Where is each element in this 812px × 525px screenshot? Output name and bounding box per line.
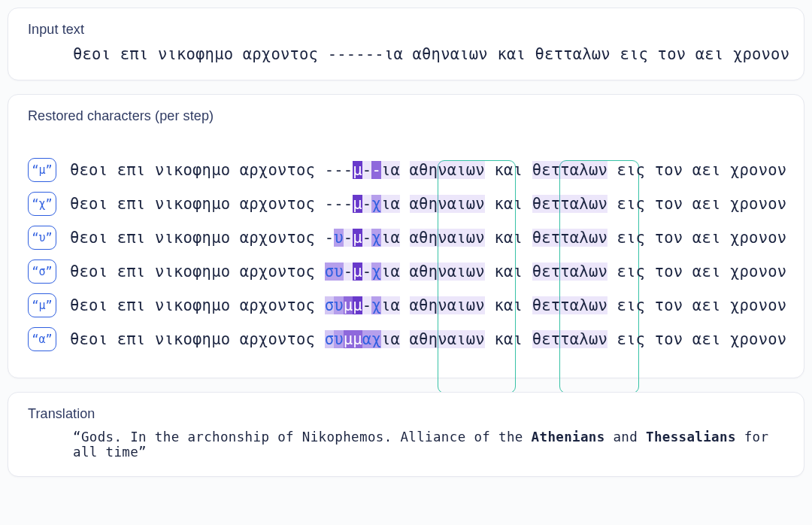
gap-char: - [325,195,335,213]
word-athenians: αθηναιων [410,262,485,281]
lead-text: θεοι επι νικοφημο αρχοντος [70,330,325,348]
gap-char: υ [334,229,344,247]
word-athenians: αθηναιων [410,161,485,179]
gap-char: χ [371,195,381,213]
gap-char: μ [344,330,353,348]
step-text: θεοι επι νικοφημο αρχοντος συμμ-χια αθην… [70,296,786,314]
word-thessalians: θετταλων [532,229,607,247]
translation-title: Translation [28,406,784,422]
gap-char: - [362,262,372,281]
restored-title: Restored characters (per step) [28,108,784,124]
translation-bold-thessalians: Thessalians [646,429,736,445]
gap-char: ι [381,195,391,213]
gap-char: ι [381,262,391,281]
suffix-text: εις τον αει χρονον [607,262,786,281]
suffix-text: εις τον αει χρονον [607,229,786,247]
lead-text: θεοι επι νικοφημο αρχοντος [70,262,325,281]
gap-char: ι [381,330,391,348]
translation-card: Translation “Gods. In the archonship of … [8,392,804,477]
gap-char: - [344,229,353,247]
gap-char: - [362,296,372,314]
gap-char: ι [381,229,391,247]
translation-bold-athenians: Athenians [532,429,605,445]
gap-char: - [325,229,335,247]
restored-body: “μ”θεοι επι νικοφημο αρχοντος ---μ--ια α… [28,132,784,351]
gap-char: σ [325,330,335,348]
word-athenians: αθηναιων [410,195,485,213]
gap-char: - [334,195,344,213]
gap-char: - [371,161,381,179]
gap-char: - [344,195,353,213]
step-badge: “μ” [28,293,56,317]
restored-step-row: “μ”θεοι επι νικοφημο αρχοντος ---μ--ια α… [28,158,784,182]
gap-char: - [362,229,372,247]
gap-char: α [390,229,400,247]
gap-char: σ [325,262,335,281]
word-thessalians: θετταλων [532,195,607,213]
mid-text: και [485,161,532,179]
gap-char: ι [381,161,391,179]
gap-char: ι [381,296,391,314]
restored-step-row: “σ”θεοι επι νικοφημο αρχοντος συ-μ-χια α… [28,259,784,284]
word-thessalians: θετταλων [532,296,607,314]
lead-text: θεοι επι νικοφημο αρχοντος [70,229,325,247]
gap-char: υ [334,330,344,348]
gap-char: μ [353,330,362,348]
lead-text: θεοι επι νικοφημο αρχοντος [70,195,325,213]
gap-char: σ [325,296,335,314]
restored-card: Restored characters (per step) “μ”θεοι ε… [8,94,804,378]
gap-char: α [390,262,400,281]
gap-char: α [390,161,400,179]
step-text: θεοι επι νικοφημο αρχοντος συμμαχια αθην… [70,330,786,348]
step-badge: “μ” [28,158,56,182]
suffix-text: εις τον αει χρονον [607,195,786,213]
step-badge: “υ” [28,226,56,250]
gap-char: - [344,262,353,281]
suffix-text: εις τον αει χρονον [607,330,786,348]
gap-char: α [390,330,400,348]
word-thessalians: θετταλων [532,161,607,179]
step-text: θεοι επι νικοφημο αρχοντος ---μ-χια αθην… [70,195,786,213]
gap-char: υ [334,296,344,314]
gap-char: - [362,195,372,213]
gap-char: α [390,195,400,213]
mid-text: και [485,262,532,281]
word-athenians: αθηναιων [410,229,485,247]
gap-char: χ [371,296,381,314]
input-title: Input text [28,22,784,38]
step-text: θεοι επι νικοφημο αρχοντος ---μ--ια αθην… [70,161,786,179]
suffix-text: εις τον αει χρονον [607,161,786,179]
gap-char: μ [353,229,362,247]
gap-char: χ [371,330,381,348]
word-athenians: αθηναιων [410,330,485,348]
restored-step-row: “α”θεοι επι νικοφημο αρχοντος συμμαχια α… [28,327,784,351]
gap-char: α [362,330,372,348]
word-thessalians: θετταλων [532,262,607,281]
mid-text: και [485,296,532,314]
gap-char: μ [344,296,353,314]
step-badge: “χ” [28,192,56,216]
mid-text: και [485,229,532,247]
gap-char: - [362,161,372,179]
translation-prefix: “Gods. In the archonship of Nikophemos. … [73,429,532,445]
input-card: Input text θεοι επι νικοφημο αρχοντος --… [8,8,804,80]
gap-char: - [325,161,335,179]
step-badge: “α” [28,327,56,351]
gap-char: - [344,161,353,179]
restored-step-row: “υ”θεοι επι νικοφημο αρχοντος -υ-μ-χια α… [28,226,784,250]
step-badge: “σ” [28,259,56,284]
translation-text: “Gods. In the archonship of Nikophemos. … [28,429,784,460]
gap-char: μ [353,262,362,281]
gap-char: α [390,296,400,314]
step-text: θεοι επι νικοφημο αρχοντος -υ-μ-χια αθην… [70,229,786,247]
suffix-text: εις τον αει χρονον [607,296,786,314]
gap-char: μ [353,161,362,179]
gap-char: μ [353,195,362,213]
lead-text: θεοι επι νικοφημο αρχοντος [70,296,325,314]
input-text: θεοι επι νικοφημο αρχοντος ------ια αθην… [28,45,784,63]
gap-char: υ [334,262,344,281]
restored-step-row: “χ”θεοι επι νικοφημο αρχοντος ---μ-χια α… [28,192,784,216]
lead-text: θεοι επι νικοφημο αρχοντος [70,161,325,179]
mid-text: και [485,330,532,348]
restored-step-row: “μ”θεοι επι νικοφημο αρχοντος συμμ-χια α… [28,293,784,317]
